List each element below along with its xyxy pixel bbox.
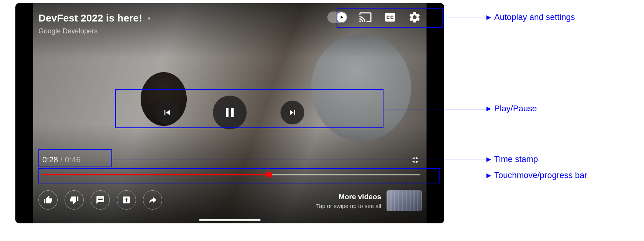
progress-bar[interactable] [42,172,420,177]
channel-name: Google Developers [38,27,152,35]
top-controls-group [327,11,421,24]
like-button[interactable] [38,190,58,210]
more-videos-title: More videos [316,193,381,201]
annotation-line-progress [440,176,487,176]
video-title: DevFest 2022 is here! [38,12,142,24]
previous-button[interactable] [155,101,179,124]
current-time: 0:28 [42,155,58,164]
more-videos-thumbnail [387,190,422,211]
dislike-button[interactable] [65,190,84,210]
more-videos-subtitle: Tap or swipe up to see all [316,203,381,209]
progress-fill [42,174,269,175]
autoplay-knob-play-icon [337,12,347,22]
more-videos-block[interactable]: More videos Tap or swipe up to see all [316,190,422,211]
cast-icon[interactable] [359,11,372,24]
share-button[interactable] [143,190,162,210]
settings-gear-icon[interactable] [408,11,421,24]
autoplay-toggle[interactable] [327,12,347,23]
comments-button[interactable] [91,190,110,210]
center-playback-controls [155,96,304,129]
annotation-label-progress: Touchmove/progress bar [494,170,587,180]
next-button[interactable] [281,101,304,124]
annotation-arrow-progress [486,173,491,178]
annotation-arrow-autoplay [486,15,491,20]
total-duration: 0:46 [65,155,81,164]
annotation-arrow-timestamp [486,157,491,162]
save-playlist-button[interactable] [117,190,136,210]
captions-icon[interactable] [383,11,397,24]
annotation-label-timestamp: Time stamp [494,154,538,164]
annotation-line-autoplay [443,18,487,18]
annotation-label-playpause: Play/Pause [494,104,537,114]
chevron-right-icon [147,14,152,23]
annotation-arrow-playpause [486,107,491,111]
video-title-block[interactable]: DevFest 2022 is here! Google Developers [38,12,152,35]
home-indicator[interactable] [199,219,261,221]
time-separator: / [60,155,63,164]
video-player: DevFest 2022 is here! Google Developers [15,3,444,223]
pause-button[interactable] [213,96,247,129]
action-row [38,190,162,210]
annotation-label-autoplay: Autoplay and settings [494,12,575,22]
exit-fullscreen-icon[interactable] [410,155,420,165]
timestamp-block: 0:28 / 0:46 [42,155,81,164]
progress-thumb[interactable] [266,172,272,178]
